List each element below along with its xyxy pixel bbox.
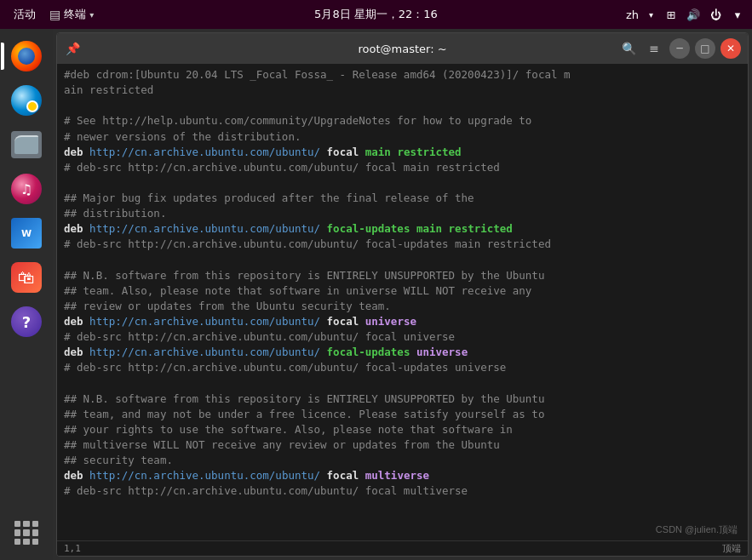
sidebar-item-store[interactable]: 🛍 xyxy=(6,257,47,298)
term-line: deb http://cn.archive.ubuntu.com/ubuntu/… xyxy=(64,314,741,329)
pin-icon[interactable]: 📌 xyxy=(64,40,81,57)
chevron-down-icon-lang: ▾ xyxy=(649,10,653,20)
term-line: ## N.B. software from this repository is… xyxy=(64,268,741,283)
term-line: ## your rights to use the software. Also… xyxy=(64,422,741,437)
statusbar-position: 1,1 xyxy=(64,543,81,554)
minimize-button[interactable]: ─ xyxy=(669,38,690,59)
term-line: # deb-src http://cn.archive.ubuntu.com/u… xyxy=(64,160,741,175)
language-indicator[interactable]: zh xyxy=(626,9,639,21)
term-line-blank xyxy=(64,98,741,113)
terminal-titlebar: 📌 root@master: ~ 🔍 ≡ ─ □ ✕ xyxy=(57,33,748,64)
term-line: deb http://cn.archive.ubuntu.com/ubuntu/… xyxy=(64,145,741,160)
search-button[interactable]: 🔍 xyxy=(618,38,639,59)
term-line: # newer versions of the distribution. xyxy=(64,129,741,145)
thunderbird-icon xyxy=(11,85,42,116)
term-line: # deb-src http://cn.archive.ubuntu.com/u… xyxy=(64,360,741,375)
power-icon[interactable]: ⏻ xyxy=(708,7,723,22)
terminal-title: root@master: ~ xyxy=(358,43,446,55)
chevron-down-icon-sys[interactable]: ▾ xyxy=(730,7,745,22)
term-line-blank xyxy=(64,175,741,191)
activities-button[interactable]: 活动 xyxy=(7,7,43,22)
rhythmbox-icon: ♫ xyxy=(11,174,42,204)
statusbar-info: 顶端 xyxy=(722,542,741,555)
term-line: deb http://cn.archive.ubuntu.com/ubuntu/… xyxy=(64,345,741,360)
term-line: # deb-src http://cn.archive.ubuntu.com/u… xyxy=(64,483,741,499)
terminal-content[interactable]: #deb cdrom:[Ubuntu 20.04 LTS _Focal Foss… xyxy=(57,64,748,540)
terminal-icon: ▤ xyxy=(49,8,60,21)
sys-bar-right: zh ▾ ⊞ 🔊 ⏻ ▾ xyxy=(626,7,745,22)
term-line: #deb cdrom:[Ubuntu 20.04 LTS _Focal Foss… xyxy=(64,67,741,83)
chevron-down-icon: ▾ xyxy=(89,10,94,20)
term-line: ## team, and may not be under a free lic… xyxy=(64,407,741,422)
titlebar-controls: 🔍 ≡ ─ □ ✕ xyxy=(618,38,741,59)
terminal-statusbar: 1,1 顶端 xyxy=(57,540,748,556)
term-line: ## distribution. xyxy=(64,206,741,221)
term-line: ## security team. xyxy=(64,453,741,468)
main-area: ♫ W 🛍 ? 📌 root@master: ~ � xyxy=(0,29,752,560)
sidebar: ♫ W 🛍 ? xyxy=(0,29,53,560)
term-line: ## review or updates from the Ubuntu sec… xyxy=(64,299,741,314)
sys-bar-left: 活动 ▤ 终端 ▾ xyxy=(7,7,94,22)
term-line: ## multiverse WILL NOT receive any revie… xyxy=(64,437,741,453)
terminal-taskbar-item[interactable]: ▤ 终端 ▾ xyxy=(49,7,94,22)
term-line: ## N.B. software from this repository is… xyxy=(64,391,741,407)
sidebar-item-files[interactable] xyxy=(6,124,47,165)
terminal-label: 终端 xyxy=(64,7,86,22)
store-icon: 🛍 xyxy=(11,262,42,293)
watermark: CSDN @julien.顶端 xyxy=(656,523,738,537)
terminal-window: 📌 root@master: ~ 🔍 ≡ ─ □ ✕ #deb cdrom:[U… xyxy=(56,32,749,557)
network-icon[interactable]: ⊞ xyxy=(663,7,679,22)
sidebar-item-writer[interactable]: W xyxy=(6,213,47,254)
firefox-icon xyxy=(11,41,42,71)
system-icons: ⊞ 🔊 ⏻ ▾ xyxy=(663,7,745,22)
sidebar-item-firefox[interactable] xyxy=(6,36,47,77)
volume-icon[interactable]: 🔊 xyxy=(686,7,701,22)
sidebar-item-help[interactable]: ? xyxy=(6,301,47,342)
apps-grid-icon xyxy=(11,517,42,548)
term-line: deb http://cn.archive.ubuntu.com/ubuntu/… xyxy=(64,221,741,237)
menu-button[interactable]: ≡ xyxy=(644,38,664,59)
term-line: ain restricted xyxy=(64,83,741,98)
titlebar-left: 📌 xyxy=(64,40,81,57)
term-line: # See http://help.ubuntu.com/community/U… xyxy=(64,113,741,129)
system-bar: 活动 ▤ 终端 ▾ 5月8日 星期一，22：16 zh ▾ ⊞ 🔊 ⏻ ▾ xyxy=(0,0,752,29)
term-line: ## team. Also, please note that software… xyxy=(64,283,741,299)
term-line-blank xyxy=(64,376,741,391)
term-line: # deb-src http://cn.archive.ubuntu.com/u… xyxy=(64,237,741,252)
datetime-display: 5月8日 星期一，22：16 xyxy=(314,7,438,22)
files-icon xyxy=(11,131,42,158)
writer-icon: W xyxy=(11,218,42,249)
help-icon: ? xyxy=(11,306,42,337)
sidebar-item-apps[interactable] xyxy=(6,512,47,553)
term-line: # deb-src http://cn.archive.ubuntu.com/u… xyxy=(64,329,741,345)
sidebar-item-rhythmbox[interactable]: ♫ xyxy=(6,169,47,209)
close-button[interactable]: ✕ xyxy=(720,38,741,59)
maximize-button[interactable]: □ xyxy=(695,38,715,59)
sidebar-item-thunderbird[interactable] xyxy=(6,80,47,121)
term-line: ## Major bug fix updates produced after … xyxy=(64,191,741,206)
term-line-blank xyxy=(64,253,741,268)
term-line: deb http://cn.archive.ubuntu.com/ubuntu/… xyxy=(64,468,741,483)
